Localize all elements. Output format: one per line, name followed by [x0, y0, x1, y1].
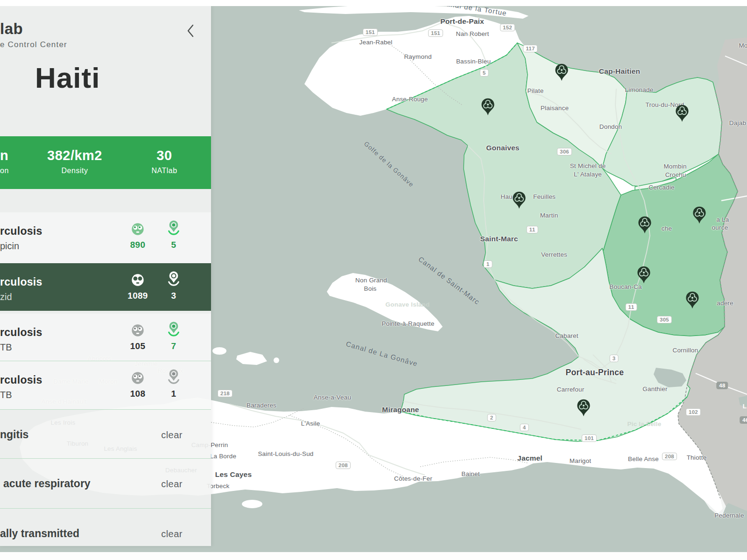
- biohazard-marker-icon[interactable]: [554, 63, 570, 84]
- sidebar-collapse-button[interactable]: [186, 24, 195, 38]
- map-label-plaisance: Plaisance: [541, 105, 569, 112]
- route-badge: 152: [500, 24, 515, 31]
- sites-count: 7: [160, 341, 188, 351]
- clear-filter-button[interactable]: clear: [158, 528, 185, 540]
- biohazard-marker-icon[interactable]: [636, 266, 652, 286]
- filter-row[interactable]: ally transmittedclear: [0, 509, 211, 551]
- map-label-ource: ource: [712, 224, 728, 231]
- map-label-l: L: [743, 403, 747, 410]
- route-badge: 2: [487, 414, 496, 421]
- disease-name: rculosis: [0, 225, 42, 238]
- biohazard-marker-icon[interactable]: [684, 291, 700, 311]
- water-label: Canal de La Gonâve: [345, 340, 419, 368]
- top-whitespace: [0, 0, 747, 6]
- map-label-martin: Martin: [540, 212, 558, 219]
- filter-name: acute respiratory: [3, 477, 91, 490]
- water-label: Canal de Saint-Marc: [417, 255, 481, 306]
- sites-count: 5: [160, 240, 188, 250]
- cases-count: 890: [124, 240, 152, 250]
- location-pin-icon: [167, 270, 181, 290]
- map-label-nan-robert: Nan Robert: [456, 30, 489, 37]
- location-pin-icon: [167, 219, 181, 239]
- map-label-verrettes: Verrettes: [541, 251, 567, 258]
- route-badge: 101: [582, 434, 597, 442]
- sick-face-icon: [131, 323, 145, 339]
- filter-row[interactable]: acute respiratoryclear: [0, 459, 211, 509]
- sidebar: lab e Control Center Haiti non382/km2Den…: [0, 6, 211, 546]
- map-label-bainet: Bainet: [461, 470, 479, 477]
- map-label-ganthier: Ganthier: [642, 385, 667, 392]
- stat-column: 382/km2Density: [27, 136, 122, 189]
- app-window: Port-de-PaixNan RobertJean-RabelRaymondB…: [0, 0, 747, 560]
- bottom-whitespace: [0, 552, 747, 560]
- disease-subtype: TB: [0, 390, 12, 400]
- disease-subtype: TB: [0, 342, 12, 353]
- filter-name: ally transmitted: [0, 527, 79, 540]
- disease-row[interactable]: rculosiszid10893: [0, 263, 211, 311]
- route-badge: 208: [336, 462, 351, 469]
- biohazard-marker-icon[interactable]: [674, 104, 690, 125]
- filter-row[interactable]: ngitisclear: [0, 410, 211, 459]
- stat-label: Density: [27, 167, 122, 175]
- map-label-che: che: [662, 225, 672, 232]
- map-label-anse-rouge: Anse-Rouge: [392, 96, 428, 103]
- cases-count: 108: [124, 389, 152, 399]
- disease-row[interactable]: rculosisTB1057: [0, 314, 211, 361]
- map-label-feuilles: Feuilles: [533, 193, 556, 200]
- app-logo: lab: [0, 20, 23, 38]
- map-label-la-borde: La Borde: [210, 453, 236, 460]
- map-label-les-cayes: Les Cayes: [215, 470, 252, 479]
- disease-subtype: picin: [0, 241, 19, 252]
- map-label-port-de-paix: Port-de-Paix: [440, 17, 484, 26]
- disease-row[interactable]: rculosispicin8905: [0, 212, 211, 263]
- map-label-port-au-prince: Port-au-Prince: [566, 368, 624, 378]
- disease-name: rculosis: [0, 374, 42, 386]
- map-label-mo: Mo: [739, 42, 747, 49]
- app-subtitle: e Control Center: [0, 40, 67, 49]
- route-badge: 1: [484, 260, 493, 268]
- clear-filter-button[interactable]: clear: [158, 429, 185, 441]
- disease-row[interactable]: rculosisTB1081: [0, 361, 211, 410]
- route-badge: 11: [626, 303, 637, 311]
- stat-label: on: [0, 167, 21, 175]
- sick-face-icon: [131, 222, 145, 238]
- route-badge: 151: [363, 28, 378, 36]
- route-badge: 4: [520, 424, 529, 431]
- clear-filter-button[interactable]: clear: [158, 478, 185, 490]
- map-label-pedernale: Pedernale: [714, 512, 744, 519]
- stat-label: NATlab: [132, 167, 197, 175]
- map-label-l-asile: L'Asile: [301, 420, 320, 427]
- map-label-miragoane: Miragoane: [382, 406, 419, 414]
- route-badge: 5: [480, 69, 489, 77]
- map-label-thiotte: Thiotte: [687, 454, 707, 461]
- route-badge: 305: [657, 316, 672, 323]
- country-title: Haiti: [35, 61, 100, 94]
- biohazard-marker-icon[interactable]: [576, 399, 592, 419]
- map-label-limonade: Limonade: [625, 86, 654, 93]
- water-label: Golfe de la Gonâve: [363, 140, 416, 188]
- map-label-hau: Hau: [500, 193, 512, 200]
- location-pin-icon: [167, 321, 181, 340]
- route-badge: 48: [716, 382, 728, 389]
- biohazard-marker-icon[interactable]: [691, 206, 707, 226]
- location-pin-icon: [167, 368, 181, 388]
- map-label-anse-a-veau: Anse-a-Veau: [314, 394, 351, 401]
- collapse-chevron-icon: [186, 24, 195, 38]
- map-label-dondon: Dondon: [599, 123, 622, 130]
- biohazard-marker-icon[interactable]: [511, 191, 527, 211]
- map-label-adere: adere: [717, 300, 733, 307]
- map-label-pointe-raquette: Pointe-à-Raquette: [382, 320, 435, 327]
- sick-face-icon: [131, 371, 145, 387]
- filter-name: ngitis: [0, 428, 28, 441]
- map-label-pilate: Pilate: [528, 87, 544, 94]
- stat-column: non: [0, 136, 21, 189]
- route-badge: 208: [662, 453, 677, 460]
- map-label-cap-haitien: Cap-Haitien: [599, 67, 640, 76]
- cases-count: 105: [124, 341, 152, 351]
- map-label-jean-rabel: Jean-Rabel: [359, 39, 392, 46]
- disease-name: rculosis: [0, 276, 42, 288]
- biohazard-marker-icon[interactable]: [480, 98, 496, 118]
- sick-face-icon: [131, 273, 145, 289]
- biohazard-marker-icon[interactable]: [637, 216, 653, 236]
- route-badge: 218: [218, 390, 233, 397]
